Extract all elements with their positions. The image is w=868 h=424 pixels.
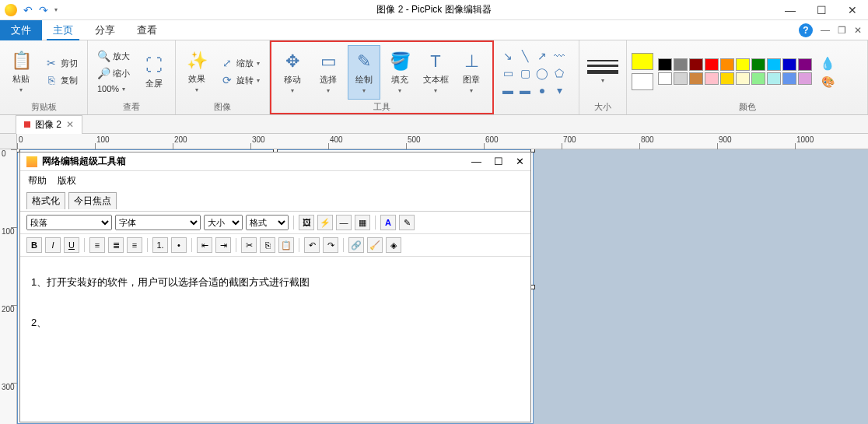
dd-size[interactable]: 大小 [204, 215, 243, 230]
tb-flash-icon[interactable]: ⚡ [317, 215, 333, 230]
tb-align-center-icon[interactable]: ≣ [108, 237, 124, 253]
minimize-button[interactable]: — [775, 0, 806, 20]
color-swatch[interactable] [751, 58, 765, 71]
color-swatch[interactable] [751, 72, 765, 85]
color-secondary[interactable] [632, 73, 653, 90]
editor-close-icon[interactable]: ✕ [516, 156, 524, 167]
rotate-button[interactable]: ⟳旋转▾ [216, 72, 264, 88]
help-icon[interactable]: ? [799, 23, 813, 37]
stamp-tool[interactable]: ⊥图章▾ [455, 45, 488, 100]
color-swatch[interactable] [767, 58, 781, 71]
inner-minimize-icon[interactable]: — [821, 25, 830, 36]
editor-maximize-icon[interactable]: ☐ [494, 156, 503, 167]
shape-more[interactable]: ▾ [551, 82, 567, 98]
shape-curve[interactable]: 〰 [551, 48, 567, 64]
editor-tab-format[interactable]: 格式化 [26, 192, 65, 209]
select-tool[interactable]: ▭选择▾ [312, 45, 345, 100]
tb-bgcolor-icon[interactable]: ✎ [399, 215, 415, 230]
move-tool[interactable]: ✥移动▾ [276, 45, 309, 100]
color-swatch[interactable] [798, 72, 812, 85]
tb-align-left-icon[interactable]: ≡ [89, 237, 105, 253]
text-tool[interactable]: T文本框▾ [419, 45, 452, 100]
dd-font[interactable]: 字体 [115, 215, 201, 230]
dd-style[interactable]: 格式 [246, 215, 289, 230]
tb-clean-icon[interactable]: 🧹 [367, 237, 383, 253]
color-swatch[interactable] [658, 72, 672, 85]
shape-rect[interactable]: ▭ [500, 65, 516, 81]
zoomin-button[interactable]: 🔍放大 [93, 48, 135, 64]
draw-tool[interactable]: ✎绘制▾ [348, 45, 380, 100]
color-swatch[interactable] [705, 58, 719, 71]
shape-line[interactable]: ╲ [517, 48, 533, 64]
fullscreen-button[interactable]: ⛶ 全屏 [138, 44, 170, 99]
tb-align-right-icon[interactable]: ≡ [127, 237, 142, 253]
color-swatch[interactable] [720, 72, 734, 85]
inner-close-icon[interactable]: ✕ [854, 25, 862, 36]
color-swatch[interactable] [658, 58, 672, 71]
zoomout-button[interactable]: 🔎缩小 [93, 65, 135, 81]
canvas-image[interactable]: 网络编辑超级工具箱 — ☐ ✕ 帮助 版权 格式化 今日焦点 [17, 149, 534, 424]
tb-cut-icon[interactable]: ✂ [241, 237, 257, 253]
canvas-area[interactable]: 网络编辑超级工具箱 — ☐ ✕ 帮助 版权 格式化 今日焦点 [17, 149, 868, 424]
tb-undo-icon[interactable]: ↶ [304, 237, 320, 253]
redo-icon[interactable]: ↷ [39, 4, 48, 16]
shape-pointer[interactable]: ↘ [500, 48, 516, 64]
tb-copy-icon[interactable]: ⎘ [260, 237, 275, 253]
shape-arrow[interactable]: ↗ [534, 48, 550, 64]
shape-roundrect[interactable]: ▢ [517, 65, 533, 81]
line-size-picker[interactable]: ▾ [584, 57, 621, 87]
editor-menu-copyright[interactable]: 版权 [58, 174, 76, 187]
tb-link-icon[interactable]: 🔗 [348, 237, 364, 253]
tab-share[interactable]: 分享 [84, 20, 126, 40]
morecolors-icon[interactable]: 🎨 [821, 75, 835, 88]
undo-icon[interactable]: ↶ [23, 4, 33, 16]
tb-ul-icon[interactable]: • [171, 237, 187, 253]
inner-restore-icon[interactable]: ❐ [838, 25, 846, 36]
tab-home[interactable]: 主页 [42, 20, 84, 40]
maximize-button[interactable]: ☐ [806, 0, 837, 20]
color-swatch[interactable] [782, 72, 796, 85]
copy-button[interactable]: ⎘复制 [40, 72, 82, 88]
shape-ellipse-fill[interactable]: ● [534, 82, 550, 98]
shape-polygon[interactable]: ⬠ [551, 65, 567, 81]
tb-redo-icon[interactable]: ↷ [323, 237, 338, 253]
tb-outdent-icon[interactable]: ⇤ [197, 237, 212, 253]
tb-special-icon[interactable]: ◈ [386, 237, 401, 253]
qat-dropdown[interactable]: ▾ [54, 6, 58, 13]
tab-file[interactable]: 文件 [0, 20, 42, 40]
color-swatch[interactable] [767, 72, 781, 85]
fill-tool[interactable]: 🪣填充▾ [383, 45, 416, 100]
tb-underline-icon[interactable]: U [64, 237, 79, 253]
color-swatch[interactable] [782, 58, 796, 71]
editor-tab-today[interactable]: 今日焦点 [68, 192, 117, 209]
color-swatch[interactable] [689, 72, 703, 85]
tb-hr-icon[interactable]: ― [336, 215, 352, 230]
shape-rect-fill[interactable]: ▬ [500, 82, 516, 98]
color-swatch[interactable] [798, 58, 812, 71]
editor-minimize-icon[interactable]: — [471, 156, 481, 167]
tb-bold-icon[interactable]: B [26, 237, 42, 253]
color-primary[interactable] [632, 53, 653, 70]
document-tab[interactable]: 图像 2 ✕ [16, 115, 82, 134]
dd-paragraph[interactable]: 段落 [26, 215, 112, 230]
shape-ellipse[interactable]: ◯ [534, 65, 550, 81]
tab-view[interactable]: 查看 [126, 20, 168, 40]
tab-close-icon[interactable]: ✕ [66, 119, 74, 130]
cut-button[interactable]: ✂剪切 [40, 55, 82, 71]
paste-button[interactable]: 📋 粘贴 ▾ [5, 44, 37, 99]
tb-table-icon[interactable]: ▦ [355, 215, 370, 230]
close-button[interactable]: ✕ [837, 0, 868, 20]
tb-italic-icon[interactable]: I [45, 237, 61, 253]
zoom100-button[interactable]: 100%▾ [93, 82, 135, 95]
color-swatch[interactable] [674, 72, 688, 85]
color-swatch[interactable] [736, 58, 750, 71]
eyedropper-icon[interactable]: 💧 [820, 56, 835, 71]
color-swatch[interactable] [720, 58, 734, 71]
shape-roundrect-fill[interactable]: ▬ [517, 82, 533, 98]
resize-button[interactable]: ⤢缩放▾ [216, 55, 264, 71]
color-swatch[interactable] [674, 58, 688, 71]
color-swatch[interactable] [689, 58, 703, 71]
color-swatch[interactable] [736, 72, 750, 85]
editor-content[interactable]: 1、打开安装好的软件，用户可以选择合适的截图方式进行截图 2、 [20, 257, 530, 349]
tb-image-icon[interactable]: 🖼 [299, 215, 314, 230]
